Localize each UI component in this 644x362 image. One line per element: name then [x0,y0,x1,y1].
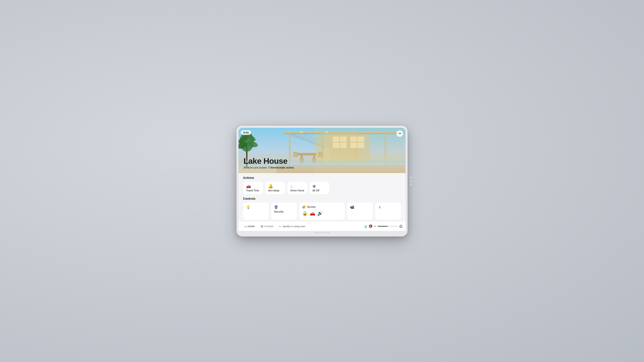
bottom-bar: ⌂ HOME ⊞ ROOMS ▲ Spotify in Living room … [238,221,406,231]
now-playing-text: Spotify in Living room [283,225,305,228]
mute-icon[interactable]: 🔇 [369,224,373,228]
travel-time-label: Travel Time [246,189,259,192]
volume-minus[interactable]: − [374,224,376,228]
brand-bar: CRESTRON [238,231,406,234]
device-frame: 9:41 ••• Lake House All doors are locked… [236,126,408,236]
hero-section: 9:41 ••• Lake House All doors are locked… [238,128,406,173]
power-icon[interactable]: ⏻ [399,224,403,228]
nav-home[interactable]: ⌂ HOME [242,224,258,228]
action-card-arrive-home[interactable]: ⌂ Arrive Home [287,182,307,194]
hero-subtitle-bold: 7 thermostats active. [268,166,294,169]
access-garage-icon: 🚗 [310,211,315,216]
security-label: Security [274,210,294,213]
control-card-access[interactable]: 🔐 Access 🔒 🚗 🔊 [299,203,345,220]
arrive-home-icon: ⌂ [290,184,293,188]
hero-title: Lake House [244,157,295,165]
arm-away-label: Arm Away [268,189,279,192]
volume-bar-icon: 📊 [364,225,367,228]
more-button[interactable]: ••• [396,130,403,137]
hero-text: Lake House All doors are locked. 7 therm… [244,157,295,169]
controls-title: Controls [243,197,401,200]
security-icon: 🔮 [274,205,294,209]
now-playing[interactable]: ▲ Spotify in Living room [279,225,364,228]
now-playing-chevron: ▲ [279,225,281,227]
rooms-nav-label: ROOMS [264,225,273,228]
home-nav-label: HOME [248,225,255,228]
volume-fill [378,226,388,227]
actions-title: Actions [243,176,401,180]
side-dot-3 [410,184,412,186]
access-speaker-icon: 🔊 [317,211,323,216]
access-lock-sub-icon: 🔒 [302,211,308,216]
access-header: 🔐 Access [302,205,342,209]
actions-grid: 🚗 Travel Time 🔔 Arm Away ⌂ Arrive Home ◉… [243,182,401,194]
main-content: Actions 🚗 Travel Time 🔔 Arm Away ⌂ Arriv… [238,173,406,221]
action-card-arm-away[interactable]: 🔔 Arm Away [265,182,285,194]
home-nav-icon: ⌂ [245,224,247,228]
action-card-travel-time[interactable]: 🚗 Travel Time [243,182,263,194]
hero-subtitle-plain: All doors are locked. [244,166,267,169]
bottom-controls: 📊 🔇 − ⏻ [364,224,403,228]
all-off-icon: ◉ [312,184,316,188]
cameras-icon: 📹 [350,205,370,209]
control-card-climate[interactable]: 🌡 [375,203,401,220]
control-card-cameras[interactable]: 📹 [347,203,373,220]
climate-icon: 🌡 [378,205,398,209]
device-wrapper: 9:41 ••• Lake House All doors are locked… [234,123,410,239]
control-card-security[interactable]: 🔮 Security [271,203,297,220]
all-off-label: All Off [312,189,319,192]
travel-time-icon: 🚗 [246,184,251,188]
lighting-icon: 💡 [246,205,266,209]
side-dot-1 [410,177,412,179]
volume-slider[interactable] [378,226,398,227]
rooms-nav-icon: ⊞ [261,224,263,228]
nav-rooms[interactable]: ⊞ ROOMS [258,224,276,228]
access-lock-icon: 🔐 [302,205,306,209]
control-card-lighting[interactable]: 💡 [243,203,269,220]
side-dot-2 [410,180,412,182]
time-badge: 9:41 [241,130,251,135]
action-card-all-off[interactable]: ◉ All Off [309,182,330,194]
arrive-home-label: Arrive Home [290,189,304,192]
arm-away-icon: 🔔 [268,184,273,188]
screen: 9:41 ••• Lake House All doors are locked… [238,128,406,234]
nav-divider [277,224,278,229]
access-icons-row: 🔒 🚗 🔊 [302,211,342,216]
brand-label: CRESTRON [314,232,330,233]
hero-subtitle: All doors are locked. 7 thermostats acti… [244,166,295,169]
access-label: Access [307,205,316,208]
controls-grid: 💡 🔮 Security 🔐 Access 🔒 🚗 [243,203,401,220]
side-dots [410,177,412,186]
